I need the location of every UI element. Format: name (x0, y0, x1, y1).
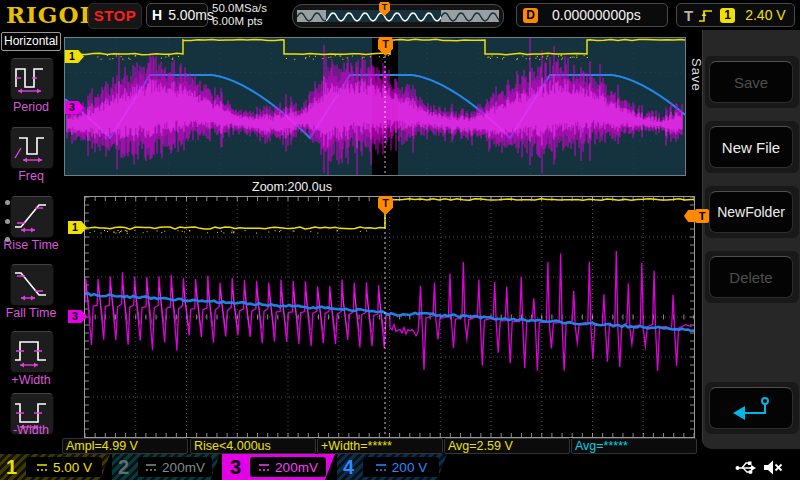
menu-item-fall-time[interactable] (10, 264, 54, 306)
dc-coupling-icon (375, 463, 387, 472)
memory-depth: 6.00M pts (212, 15, 267, 28)
channel-4-scale: 200 V (392, 460, 427, 475)
usb-icon (734, 459, 758, 476)
measurement-avg4: Avg=***** (571, 438, 697, 454)
menu-item-period[interactable] (10, 58, 54, 100)
main-waveform-window (64, 37, 686, 176)
brand-logo: RIGOL (6, 1, 97, 28)
sample-rate: 50.0MSa/s (212, 2, 267, 15)
channel-2-status[interactable]: 2 200mV (112, 454, 220, 480)
menu-item-period-label: Period (0, 100, 62, 114)
channel-4-number: 4 (343, 455, 354, 479)
zoom-scale-label: Zoom:200.0us (252, 180, 332, 194)
oscilloscope-screen: RIGOL STOP H 5.00ms 50.0MSa/s 6.00M pts … (0, 0, 800, 480)
channel-4-scale-box: 200 V (363, 457, 439, 477)
delay-badge: D (523, 8, 538, 23)
waveform-overview-bar[interactable] (292, 4, 504, 28)
menu-item-freq[interactable] (10, 127, 54, 169)
channel-3-status[interactable]: 3 200mV (222, 454, 335, 480)
dc-coupling-icon (145, 463, 157, 472)
period-icon (11, 59, 51, 97)
trigger-label: T (684, 7, 693, 24)
run-state-button[interactable]: STOP (88, 3, 142, 29)
save-button[interactable]: Save (709, 61, 793, 103)
channel-1-status[interactable]: 1 5.00 V (0, 454, 110, 480)
zoom-waveform-window (84, 196, 695, 438)
menu-item-fall-time-label: Fall Time (0, 306, 62, 320)
left-menu-title: Horizontal (1, 32, 61, 51)
trigger-readout[interactable]: T 1 2.40 V (676, 3, 795, 27)
trigger-level-value: 2.40 V (745, 7, 785, 23)
horizontal-timebase-control[interactable]: H 5.00ms (146, 3, 208, 27)
dc-coupling-icon (36, 463, 48, 472)
menu-item-freq-label: Freq (0, 169, 62, 183)
preview-sine (297, 10, 499, 22)
measurement-ampl: Ampl=4.99 V (62, 438, 188, 454)
channel-1-scale-box: 5.00 V (26, 457, 102, 477)
freq-icon (11, 128, 51, 166)
return-arrow-icon (729, 395, 773, 421)
channel-3-scale-box: 200mV (250, 457, 326, 477)
menu-scroll-dot (5, 237, 10, 242)
horizontal-label: H (152, 7, 162, 23)
channel-3-scale: 200mV (275, 460, 318, 475)
new-file-button[interactable]: New File (709, 126, 793, 168)
measurement-pwidth: +Width=***** (317, 438, 443, 454)
speaker-mute-icon (762, 458, 784, 477)
channel-3-number: 3 (230, 455, 241, 479)
channel-2-scale: 200mV (162, 460, 205, 475)
zoom-canvas (85, 197, 694, 437)
menu-item-pos-width[interactable] (10, 331, 54, 373)
timebase-value: 5.00ms (168, 7, 214, 23)
right-menu-panel: Save New File NewFolder Delete (702, 30, 800, 449)
rising-edge-icon (697, 8, 714, 23)
rise-time-icon (11, 197, 51, 235)
channel-1-scale: 5.00 V (53, 460, 92, 475)
back-button[interactable] (709, 387, 793, 429)
acquisition-info: 50.0MSa/s 6.00M pts (212, 2, 267, 28)
measurement-avg3: Avg=2.59 V (444, 438, 570, 454)
channel-1-number: 1 (6, 455, 17, 479)
channel-2-scale-box: 200mV (138, 457, 212, 477)
menu-item-pos-width-label: +Width (0, 373, 62, 387)
trigger-source-badge: 1 (720, 8, 735, 23)
delay-readout[interactable]: D 0.00000000ps (516, 3, 668, 27)
trigger-level-badge[interactable]: T (695, 209, 709, 223)
menu-scroll-dot (5, 200, 10, 205)
delete-button[interactable]: Delete (709, 256, 793, 298)
overview-canvas (65, 38, 685, 175)
menu-item-rise-time[interactable] (10, 196, 54, 238)
measurement-rise: Rise<4.000us (190, 438, 316, 454)
menu-item-neg-width-label: -Width (0, 423, 62, 437)
pos-width-icon (11, 332, 51, 370)
preview-strip (297, 10, 499, 22)
dc-coupling-icon (258, 463, 270, 472)
menu-scroll-dot (5, 219, 10, 224)
channel-2-number: 2 (118, 455, 129, 479)
channel-4-status[interactable]: 4 200 V (337, 454, 447, 480)
new-folder-button[interactable]: NewFolder (709, 191, 793, 233)
fall-time-icon (11, 265, 51, 303)
delay-value: 0.00000000ps (552, 7, 641, 23)
